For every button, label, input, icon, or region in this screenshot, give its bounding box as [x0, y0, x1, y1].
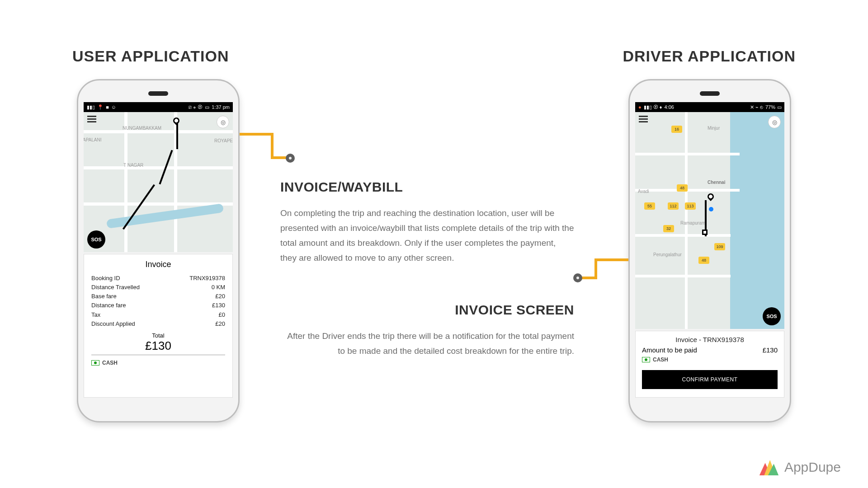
status-time: 1:37 pm [212, 104, 230, 110]
explainer-invoice-screen: INVOICE SCREEN After the Driver ends the… [280, 298, 574, 358]
route-pin-icon [706, 192, 715, 201]
route-shield: 32 [663, 225, 674, 232]
menu-icon[interactable] [87, 116, 96, 122]
invoice-row: Base fare£20 [91, 292, 225, 301]
cash-icon [91, 360, 99, 366]
connector [594, 258, 597, 277]
payment-method: CASH [91, 360, 225, 366]
sos-button[interactable]: SOS [763, 307, 781, 325]
phone-driver: ● ▮▮▯ ⦿ ♦ 4:06 ✕ ⌁ ⎋ 77% ▭ Chennai Avadi… [628, 79, 791, 422]
recenter-button[interactable]: ◎ [217, 116, 229, 128]
explainer-body: On completing the trip and reaching the … [280, 206, 574, 266]
brand-name: AppDupe [784, 460, 841, 475]
map-label: ROYAPE [214, 138, 233, 143]
earpiece [700, 91, 720, 96]
invoice-title: Invoice [91, 260, 225, 269]
map-label: Chennai [708, 180, 725, 185]
invoice-total: Total £130 [91, 332, 225, 355]
earpiece [148, 91, 168, 96]
brand-logo: AppDupe [759, 459, 841, 475]
status-batt: 77% [765, 104, 775, 110]
confirm-payment-button[interactable]: CONFIRM PAYMENT [642, 370, 778, 389]
route-shield: 48 [698, 257, 709, 264]
map-label: T NAGAR [123, 163, 143, 168]
invoice-title: Invoice - TRNX919378 [642, 336, 778, 343]
explainer-title: INVOICE/WAYBILL [280, 175, 574, 199]
connector [240, 133, 274, 136]
route-shield: 55 [644, 202, 655, 210]
route-pin-icon [172, 116, 181, 125]
route-shield: 112 [668, 202, 679, 210]
invoice-card: Invoice Booking IDTRNX919378 Distance Tr… [84, 254, 233, 398]
current-location-icon [709, 207, 713, 211]
cash-icon [642, 357, 650, 362]
route-shield: 109 [714, 243, 725, 250]
appdupe-icon [759, 459, 779, 475]
driver-invoice-card: Invoice - TRNX919378 Amount to be paid £… [635, 331, 784, 398]
status-time: 4:06 [665, 104, 674, 110]
map-label: Minjur [708, 126, 720, 131]
map[interactable]: Chennai Avadi Minjur Ramapuram Perungala… [635, 112, 784, 329]
recenter-button[interactable]: ◎ [768, 116, 781, 128]
menu-icon[interactable] [639, 116, 648, 122]
map-label: NUNGAMBAKKAM [123, 126, 161, 131]
invoice-row: Distance fare£130 [91, 301, 225, 310]
amount-row: Amount to be paid £130 [642, 346, 778, 354]
connector [594, 258, 628, 261]
map[interactable]: NUNGAMBAKKAM T NAGAR APALANI ROYAPE ◎ SO… [84, 112, 233, 252]
phone-user: ▮▮▯ 📍 ■ ☺ ⎚ ◈ ⦿ ▭ 1:37 pm NUNGAMBAKKAM T… [77, 79, 240, 422]
route-shield: 48 [677, 184, 688, 192]
explainer-title: INVOICE SCREEN [280, 298, 574, 322]
route-end-icon [702, 230, 708, 235]
pin-icon: 📍 [97, 104, 104, 110]
connector-dot-icon [573, 273, 582, 282]
map-label: Ramapuram [680, 221, 705, 225]
video-icon: ■ [106, 104, 109, 110]
heading-user: USER APPLICATION [72, 47, 229, 65]
sos-button[interactable]: SOS [87, 230, 105, 249]
map-label: Perungalathur [653, 252, 682, 257]
explainer-invoice-waybill: INVOICE/WAYBILL On completing the trip a… [280, 175, 574, 266]
map-label: Avadi [638, 189, 649, 194]
map-label: APALANI [84, 137, 102, 142]
invoice-row: Tax£0 [91, 310, 225, 319]
route-shield: 113 [685, 202, 696, 210]
payment-method: CASH [642, 357, 778, 363]
route-shield: 16 [671, 126, 682, 133]
signal-icon: ▮▮▯ [87, 104, 95, 110]
invoice-row: Distance Travelled0 KM [91, 283, 225, 292]
connector-dot-icon [286, 154, 295, 163]
invoice-row: Booking IDTRNX919378 [91, 274, 225, 283]
invoice-row: Discount Applied£20 [91, 319, 225, 328]
status-bar: ▮▮▯ 📍 ■ ☺ ⎚ ◈ ⦿ ▭ 1:37 pm [84, 102, 233, 112]
explainer-body: After the Driver ends the trip there wil… [280, 328, 574, 359]
heading-driver: DRIVER APPLICATION [623, 47, 796, 65]
connector [271, 133, 274, 156]
status-bar: ● ▮▮▯ ⦿ ♦ 4:06 ✕ ⌁ ⎋ 77% ▭ [635, 102, 784, 112]
